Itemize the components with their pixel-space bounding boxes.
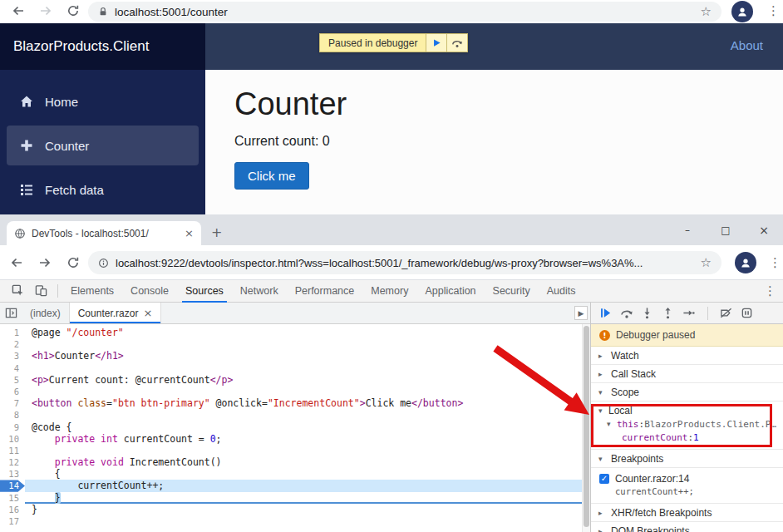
code-text[interactable]: } bbox=[25, 504, 582, 515]
debugger-paused-text: Debugger paused bbox=[616, 329, 695, 341]
step-over-button[interactable] bbox=[446, 34, 467, 52]
app-brand[interactable]: BlazorProducts.Client bbox=[0, 23, 205, 70]
line-number[interactable]: 8 bbox=[0, 409, 25, 421]
code-text[interactable]: { bbox=[25, 468, 582, 480]
close-icon[interactable]: × bbox=[185, 227, 194, 239]
code-text[interactable] bbox=[25, 445, 582, 456]
step-out-icon[interactable] bbox=[662, 307, 675, 320]
menu-kebab-icon[interactable]: ⋮ bbox=[769, 257, 781, 269]
line-number[interactable]: 5 bbox=[0, 374, 25, 386]
navigator-toggle-icon[interactable] bbox=[0, 303, 22, 323]
tab-sources[interactable]: Sources bbox=[177, 280, 232, 303]
tab-console[interactable]: Console bbox=[122, 280, 177, 303]
devtools-browser-tab[interactable]: DevTools - localhost:5001/ × bbox=[7, 221, 201, 245]
inspect-element-icon[interactable] bbox=[12, 284, 25, 298]
code-text[interactable]: @page "/counter" bbox=[25, 327, 582, 338]
about-link[interactable]: About bbox=[731, 38, 763, 52]
code-text[interactable]: currentCount++; bbox=[25, 480, 582, 491]
forward-icon[interactable] bbox=[39, 4, 52, 17]
code-text[interactable]: <p>Current count: @currentCount</p> bbox=[25, 374, 582, 386]
back-icon[interactable] bbox=[12, 4, 25, 17]
refresh-icon[interactable] bbox=[66, 4, 80, 17]
line-number[interactable]: 16 bbox=[0, 504, 25, 515]
tab-network[interactable]: Network bbox=[232, 280, 287, 303]
tab-application[interactable]: Application bbox=[416, 280, 484, 303]
close-icon[interactable]: × bbox=[143, 307, 152, 319]
file-tab-counter-razor[interactable]: Counter.razor× bbox=[70, 303, 162, 323]
file-tab-index[interactable]: (index) bbox=[22, 303, 70, 323]
code-text[interactable] bbox=[25, 515, 582, 527]
menu-kebab-icon[interactable]: ⋮ bbox=[767, 5, 780, 17]
bookmark-star-icon[interactable]: ☆ bbox=[701, 6, 712, 18]
pause-on-exceptions-icon[interactable] bbox=[741, 307, 754, 320]
section-xhr-breakpoints[interactable]: ▸ XHR/fetch Breakpoints bbox=[591, 504, 783, 522]
lock-icon bbox=[98, 7, 108, 17]
menu-kebab-icon[interactable]: ⋮ bbox=[764, 285, 776, 298]
line-number[interactable]: 17 bbox=[0, 515, 25, 527]
code-text[interactable] bbox=[25, 338, 582, 350]
tab-elements[interactable]: Elements bbox=[62, 280, 122, 303]
code-text[interactable]: private int currentCount = 0; bbox=[25, 433, 582, 445]
pane-toggle-icon[interactable]: ▶ bbox=[574, 306, 588, 320]
forward-icon[interactable] bbox=[38, 256, 52, 269]
line-number[interactable]: 11 bbox=[0, 445, 25, 456]
resume-script-button[interactable] bbox=[426, 34, 446, 52]
code-text[interactable]: <h1>Counter</h1> bbox=[25, 350, 582, 362]
line-number[interactable]: 2 bbox=[0, 338, 25, 350]
sidebar-item-fetch-data[interactable]: Fetch data bbox=[7, 170, 199, 209]
back-icon[interactable] bbox=[10, 256, 23, 269]
line-number[interactable]: 9 bbox=[0, 421, 25, 433]
maximize-icon[interactable]: □ bbox=[707, 214, 745, 245]
deactivate-breakpoints-icon[interactable] bbox=[720, 307, 733, 320]
line-number[interactable]: 4 bbox=[0, 362, 25, 374]
code-text[interactable]: <button class="btn btn-primary" @onclick… bbox=[25, 397, 582, 409]
info-icon[interactable] bbox=[98, 258, 109, 268]
section-dom-breakpoints[interactable]: ▸ DOM Breakpoints bbox=[591, 522, 783, 532]
refresh-icon[interactable] bbox=[66, 256, 80, 269]
sidebar-item-counter[interactable]: Counter bbox=[7, 126, 199, 165]
step-icon[interactable] bbox=[682, 307, 696, 320]
code-text[interactable] bbox=[25, 362, 582, 374]
close-window-icon[interactable]: × bbox=[745, 214, 783, 245]
tab-security[interactable]: Security bbox=[485, 280, 539, 303]
click-me-button[interactable]: Click me bbox=[234, 162, 309, 190]
minimize-icon[interactable]: – bbox=[668, 214, 707, 245]
address-bar[interactable]: localhost:9222/devtools/inspector.html?w… bbox=[88, 251, 721, 274]
code-text[interactable]: @code { bbox=[25, 421, 582, 433]
line-number[interactable]: 10 bbox=[0, 433, 25, 445]
line-number[interactable]: 6 bbox=[0, 386, 25, 397]
resume-icon[interactable] bbox=[599, 307, 613, 320]
code-editor[interactable]: 1@page "/counter"23<h1>Counter</h1>45<p>… bbox=[0, 324, 582, 532]
step-over-icon[interactable] bbox=[620, 307, 633, 320]
new-tab-icon[interactable]: + bbox=[211, 224, 222, 240]
scrollbar-thumb[interactable] bbox=[584, 326, 589, 527]
device-toolbar-icon[interactable] bbox=[35, 284, 48, 298]
section-watch[interactable]: ▸ Watch bbox=[591, 347, 783, 365]
breakpoint-entry[interactable]: ✓ Counter.razor:14 currentCount++; bbox=[591, 468, 783, 504]
editor-scrollbar[interactable] bbox=[582, 324, 590, 532]
address-bar[interactable]: localhost:5001/counter ☆ bbox=[88, 2, 721, 22]
line-number[interactable]: 13 bbox=[0, 468, 25, 480]
tab-audits[interactable]: Audits bbox=[539, 280, 584, 303]
breakpoint-marker[interactable]: 14 bbox=[0, 480, 25, 491]
section-breakpoints[interactable]: ▾ Breakpoints bbox=[591, 450, 783, 468]
line-number[interactable]: 1 bbox=[0, 327, 25, 338]
section-scope[interactable]: ▾ Scope bbox=[591, 383, 783, 401]
step-into-icon[interactable] bbox=[641, 307, 654, 320]
tab-performance[interactable]: Performance bbox=[287, 280, 363, 303]
profile-avatar[interactable] bbox=[735, 252, 756, 273]
code-text[interactable]: } bbox=[25, 492, 582, 504]
sidebar-item-home[interactable]: Home bbox=[7, 81, 199, 121]
code-text[interactable] bbox=[25, 386, 582, 397]
line-number[interactable]: 15 bbox=[0, 492, 25, 504]
profile-avatar[interactable] bbox=[731, 1, 753, 22]
section-call-stack[interactable]: ▸ Call Stack bbox=[591, 365, 783, 383]
code-text[interactable]: private void IncrementCount() bbox=[25, 456, 582, 468]
line-number[interactable]: 12 bbox=[0, 456, 25, 468]
breakpoint-checkbox[interactable]: ✓ bbox=[599, 474, 609, 484]
line-number[interactable]: 7 bbox=[0, 397, 25, 409]
tab-memory[interactable]: Memory bbox=[362, 280, 416, 303]
bookmark-star-icon[interactable]: ☆ bbox=[701, 257, 712, 269]
line-number[interactable]: 3 bbox=[0, 350, 25, 362]
code-text[interactable] bbox=[25, 409, 582, 421]
